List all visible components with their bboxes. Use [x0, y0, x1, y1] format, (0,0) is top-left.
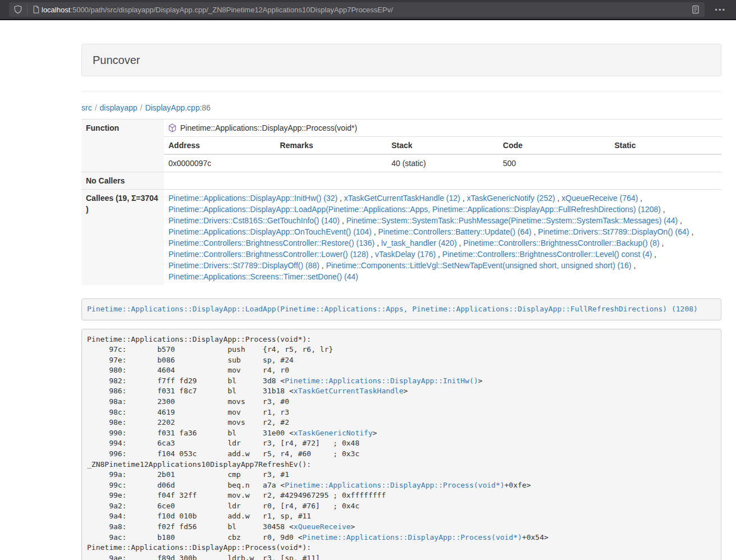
col-header-remarks: Remarks — [276, 137, 387, 155]
callee-link[interactable]: xTaskGetCurrentTaskHandle (12) — [344, 194, 460, 203]
function-table: Function Pinetime::Applications::Display… — [81, 119, 721, 285]
callee-link[interactable]: Pinetime::Applications::DisplayApp::OnTo… — [168, 227, 372, 236]
highlighted-symbol-link[interactable]: Pinetime::Applications::DisplayApp::Load… — [87, 305, 698, 313]
app-header-panel: Puncover — [81, 44, 721, 76]
callee-link[interactable]: Pinetime::Components::LittleVgl::SetNewT… — [326, 261, 632, 270]
page-icon[interactable] — [32, 5, 40, 14]
code-value: 500 — [499, 154, 610, 172]
breadcrumb-link-src[interactable]: src — [81, 103, 92, 112]
function-label: Function — [81, 120, 164, 172]
disasm-symbol-link[interactable]: xTaskGetCurrentTaskHandle — [294, 387, 404, 395]
browser-toolbar: localhost:5000/path/src/displayapp/Displ… — [0, 0, 736, 20]
shield-icon[interactable] — [13, 5, 22, 14]
disasm-symbol-link[interactable]: Pinetime::Applications::DisplayApp::Init… — [285, 377, 478, 385]
callee-link[interactable]: xQueueReceive (764) — [561, 194, 638, 203]
callees-label: Callees (19, Σ=3704 ) — [81, 190, 164, 286]
no-callers-label: No Callers — [81, 172, 164, 190]
stack-value: 40 (static) — [387, 154, 499, 172]
function-name-cell: Pinetime::Applications::DisplayApp::Proc… — [164, 120, 721, 137]
callee-separator: , — [372, 227, 378, 236]
breadcrumb: src/displayapp/DisplayApp.cpp:86 — [81, 102, 721, 113]
disasm-symbol-link[interactable]: xTaskGenericNotify — [294, 429, 373, 437]
col-header-static: Static — [610, 137, 721, 155]
callee-separator: , — [340, 216, 346, 225]
url-path: :5000/path/src/displayapp/DisplayApp.cpp… — [70, 6, 393, 14]
callee-separator: , — [374, 238, 381, 247]
col-header-stack: Stack — [387, 137, 499, 155]
callee-separator: , — [555, 194, 562, 203]
callee-separator: , — [457, 238, 464, 247]
callee-link[interactable]: Pinetime::System::SystemTask::PushMessag… — [346, 216, 678, 225]
callee-separator: , — [460, 194, 467, 203]
callee-link[interactable]: vTaskDelay (176) — [375, 250, 436, 259]
reader-mode-icon[interactable] — [691, 5, 700, 14]
disasm-symbol-link[interactable]: xQueueReceive — [294, 522, 351, 531]
col-header-address: Address — [164, 137, 276, 155]
callee-link[interactable]: Pinetime::Controllers::BrightnessControl… — [463, 238, 659, 247]
callee-link[interactable]: Pinetime::Applications::DisplayApp::Init… — [168, 194, 337, 203]
callee-separator: , — [678, 216, 682, 225]
callee-separator: , — [652, 250, 656, 259]
highlighted-symbol-pre: Pinetime::Applications::DisplayApp::Load… — [81, 299, 721, 320]
breadcrumb-line-number: :86 — [200, 103, 211, 112]
page-container: Puncover src/displayapp/DisplayApp.cpp:8… — [81, 44, 721, 560]
callee-separator: , — [689, 227, 694, 236]
section-divider — [81, 91, 721, 91]
static-value — [610, 154, 721, 172]
function-name: Pinetime::Applications::DisplayApp::Proc… — [180, 123, 357, 132]
callee-separator: , — [661, 205, 665, 214]
callee-link[interactable]: xTaskGenericNotify (252) — [467, 194, 555, 203]
breadcrumb-separator: / — [138, 103, 145, 112]
callee-link[interactable]: Pinetime::Applications::DisplayApp::Load… — [168, 205, 661, 214]
callee-separator: , — [638, 194, 642, 203]
disasm-symbol-link[interactable]: Pinetime::Applications::DisplayApp::Proc… — [285, 481, 504, 489]
breadcrumb-link-file[interactable]: DisplayApp.cpp — [145, 103, 199, 112]
callee-separator: , — [532, 227, 538, 236]
callee-separator: , — [436, 250, 442, 259]
callee-link[interactable]: Pinetime::Controllers::BrightnessControl… — [442, 250, 652, 259]
breadcrumb-link-displayapp[interactable]: displayapp — [100, 103, 138, 112]
callee-link[interactable]: Pinetime::Applications::Screens::Timer::… — [168, 272, 358, 281]
disasm-symbol-link[interactable]: Pinetime::Applications::DisplayApp::Proc… — [303, 533, 522, 541]
disassembly-code: Pinetime::Applications::DisplayApp::Proc… — [81, 329, 721, 560]
url-host: localhost — [42, 6, 70, 14]
callee-separator: , — [368, 250, 375, 259]
callee-link[interactable]: Pinetime::Drivers::Cst816S::GetTouchInfo… — [168, 216, 340, 225]
app-title: Puncover — [93, 53, 710, 67]
url-bar[interactable]: localhost:5000/path/src/displayapp/Displ… — [9, 2, 705, 17]
address-value: 0x0000097c — [164, 154, 276, 172]
package-icon — [168, 123, 176, 132]
callee-separator: , — [319, 261, 326, 270]
callee-link[interactable]: Pinetime::Controllers::Battery::Update()… — [378, 227, 532, 236]
callee-separator: , — [660, 238, 664, 247]
callees-cell: Pinetime::Applications::DisplayApp::Init… — [164, 190, 721, 286]
callee-link[interactable]: Pinetime::Drivers::St7789::DisplayOff() … — [168, 261, 319, 270]
callee-link[interactable]: Pinetime::Drivers::St7789::DisplayOn() (… — [538, 227, 689, 236]
callee-link[interactable]: Pinetime::Controllers::BrightnessControl… — [168, 250, 368, 259]
col-header-code: Code — [499, 137, 610, 155]
toolbar-separator — [27, 4, 28, 15]
callee-separator: , — [632, 261, 636, 270]
remarks-value — [276, 154, 387, 172]
breadcrumb-separator: / — [92, 103, 100, 112]
no-callers-cell — [164, 172, 721, 190]
url-text[interactable]: localhost:5000/path/src/displayapp/Displ… — [42, 6, 691, 14]
callee-separator: , — [337, 194, 344, 203]
callee-link[interactable]: Pinetime::Controllers::BrightnessControl… — [168, 238, 374, 247]
more-menu-icon[interactable]: ••• — [710, 3, 730, 16]
callee-link[interactable]: lv_task_handler (420) — [381, 238, 457, 247]
